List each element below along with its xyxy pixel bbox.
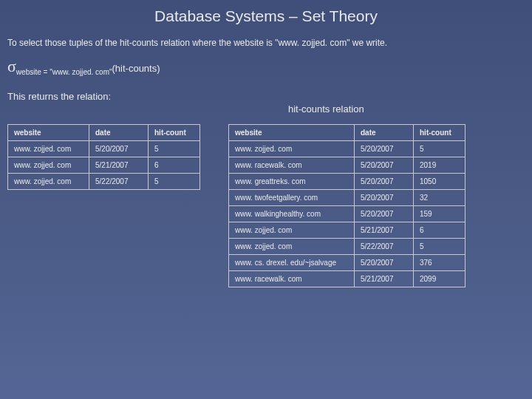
cell: 2019 (414, 157, 466, 174)
cell: 5/20/2007 (89, 141, 149, 157)
table-row: www. racewalk. com5/21/20072099 (229, 271, 466, 287)
col-date: date (89, 125, 149, 141)
cell: www. cs. drexel. edu/~jsalvage (229, 255, 355, 271)
cell: www. zojjed. com (8, 157, 89, 174)
table-row: www. zojjed. com5/20/20075 (8, 141, 200, 157)
intro-text: To select those tuples of the hit-counts… (0, 25, 532, 52)
cell: 5/22/2007 (355, 239, 414, 255)
result-table: website date hit-count www. zojjed. com5… (7, 124, 200, 190)
tables-container: website date hit-count www. zojjed. com5… (7, 124, 525, 287)
cell: www. racewalk. com (229, 157, 355, 174)
cell: www. racewalk. com (229, 271, 355, 287)
cell: 1050 (414, 174, 466, 190)
sigma-symbol: σ (7, 57, 16, 75)
cell: www. twofeetgallery. com (229, 190, 355, 206)
table-row: www. twofeetgallery. com5/20/200732 (229, 190, 466, 206)
right-table-label: hit-counts relation (288, 103, 364, 115)
cell: 32 (414, 190, 466, 206)
cell: 5 (149, 141, 200, 157)
cell: 159 (414, 206, 466, 222)
cell: 5/20/2007 (355, 174, 414, 190)
cell: 5/22/2007 (89, 174, 149, 190)
cell: 376 (414, 255, 466, 271)
sigma-subscript: website = "www. zojjed. com" (16, 67, 112, 75)
cell: 5/20/2007 (355, 255, 414, 271)
table-row: www. cs. drexel. edu/~jsalvage5/20/20073… (229, 255, 466, 271)
slide-title: Database Systems – Set Theory (0, 0, 532, 25)
cell: 6 (149, 157, 200, 174)
cell: 2099 (414, 271, 466, 287)
cell: www. zojjed. com (8, 174, 89, 190)
table-row: www. zojjed. com5/22/20075 (229, 239, 466, 255)
table-row: www. racewalk. com5/20/20072019 (229, 157, 466, 174)
cell: 5/20/2007 (355, 157, 414, 174)
table-row: www. zojjed. com5/21/20076 (229, 222, 466, 239)
cell: 5/21/2007 (355, 222, 414, 239)
col-hitcount: hit-count (149, 125, 200, 141)
sigma-argument: (hit-counts) (112, 63, 160, 74)
cell: 6 (414, 222, 466, 239)
cell: 5/21/2007 (89, 157, 149, 174)
table-header-row: website date hit-count (229, 125, 466, 141)
selection-formula: σwebsite = "www. zojjed. com"(hit-counts… (0, 52, 532, 81)
cell: 5 (414, 141, 466, 157)
cell: 5/20/2007 (355, 206, 414, 222)
col-hitcount: hit-count (414, 125, 466, 141)
cell: www. zojjed. com (229, 222, 355, 239)
cell: www. greattreks. com (229, 174, 355, 190)
cell: www. zojjed. com (229, 239, 355, 255)
cell: www. walkinghealthy. com (229, 206, 355, 222)
cell: www. zojjed. com (229, 141, 355, 157)
cell: www. zojjed. com (8, 141, 89, 157)
col-website: website (229, 125, 355, 141)
table-row: www. walkinghealthy. com5/20/2007159 (229, 206, 466, 222)
cell: 5 (149, 174, 200, 190)
col-website: website (8, 125, 89, 141)
hitcounts-table: website date hit-count www. zojjed. com5… (228, 124, 466, 287)
cell: 5/20/2007 (355, 141, 414, 157)
returns-text: This returns the relation: (0, 81, 532, 106)
table-row: www. zojjed. com5/22/20075 (8, 174, 200, 190)
table-header-row: website date hit-count (8, 125, 200, 141)
table-row: www. zojjed. com5/21/20076 (8, 157, 200, 174)
cell: 5/21/2007 (355, 271, 414, 287)
col-date: date (355, 125, 414, 141)
cell: 5 (414, 239, 466, 255)
table-row: www. zojjed. com5/20/20075 (229, 141, 466, 157)
table-row: www. greattreks. com5/20/20071050 (229, 174, 466, 190)
cell: 5/20/2007 (355, 190, 414, 206)
